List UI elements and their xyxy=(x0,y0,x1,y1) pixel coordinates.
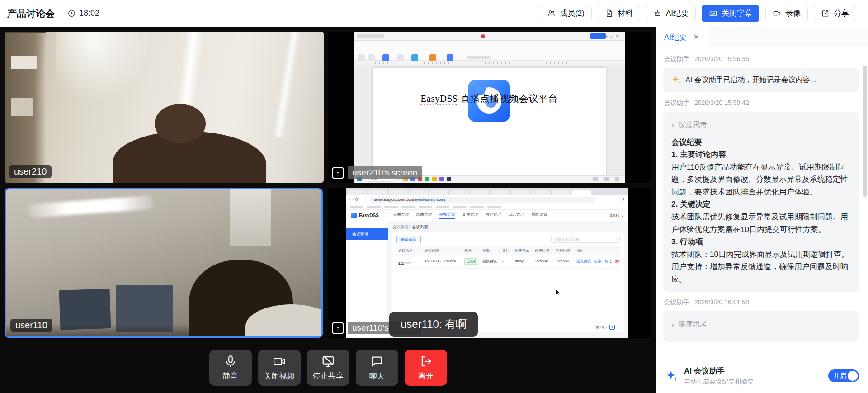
deep-thinking-label: 深度思考 xyxy=(678,119,707,131)
action-link-delete: 删除 xyxy=(615,259,620,263)
share-icon xyxy=(821,9,830,18)
browser-tab xyxy=(348,190,367,195)
message-author: 会议助手 xyxy=(664,55,689,63)
tab-ai-notes[interactable]: AI纪要 ✕ xyxy=(656,27,708,47)
screen-share-upload-icon: ↑ xyxy=(332,167,344,179)
bookmark-item xyxy=(453,206,467,208)
topbar-actions: 成员(2) 材料 AI纪要 关闭字幕 录像 分享 xyxy=(540,5,856,22)
tab-ai-notes-label: AI纪要 xyxy=(664,32,687,43)
browser-menu-dots: ⋮ xyxy=(622,197,626,202)
ai-assistant-title: AI 会议助手 xyxy=(684,366,754,376)
top-bar: 产品讨论会 18:02 成员(2) 材料 AI纪要 关闭字幕 xyxy=(0,0,868,27)
screen-share-badge-user210: ↑ user210's screen xyxy=(332,166,422,179)
easydss-nav: 直播管理 点播管理 视频会议 文件管理 用户管理 日志管理 系统设置 xyxy=(393,212,547,219)
summary-title: 会议纪要 xyxy=(671,136,851,149)
share-button[interactable]: 分享 xyxy=(814,5,856,22)
summary-heading-2: 2. 关键决定 xyxy=(671,198,851,211)
browser-bookmarks-bar xyxy=(346,204,628,210)
subtitles-toggle-button[interactable]: 关闭字幕 xyxy=(702,5,760,22)
message-meta: 会议助手 2026/3/20 15:59:42 xyxy=(664,99,858,107)
meeting-app: 产品讨论会 18:02 成员(2) 材料 AI纪要 关闭字幕 xyxy=(0,0,868,393)
ribbon-icon-copilot xyxy=(447,54,453,61)
record-button[interactable]: 录像 xyxy=(765,5,808,22)
materials-button[interactable]: 材料 xyxy=(598,5,640,22)
bookmark-item xyxy=(419,206,432,208)
action-link: 前往 xyxy=(604,259,612,263)
ribbon-label-bar xyxy=(467,56,491,59)
leave-label: 离开 xyxy=(418,371,434,381)
bookmark-item xyxy=(436,206,449,208)
deep-thinking-toggle[interactable]: › 深度思考 xyxy=(671,318,851,330)
video-tile-user210[interactable]: user210 xyxy=(5,32,324,183)
captions-icon xyxy=(709,9,717,18)
taskbar-app-icon xyxy=(447,177,451,181)
taskbar-app-icon xyxy=(425,177,429,181)
mute-label: 静音 xyxy=(223,371,238,381)
scrollbar-thumb[interactable] xyxy=(863,66,867,197)
screen-share-upload-icon: ↑ xyxy=(332,322,344,334)
summary-paragraph: 用户110反馈产品功能存在显示异常、试用期限制问题，多次提及界面修改、分数显示异… xyxy=(671,161,851,199)
shared-word-document: –□✕ xyxy=(354,32,625,183)
mute-button[interactable]: 静音 xyxy=(209,350,252,386)
deep-thinking-label: 深度思考 xyxy=(678,318,707,330)
ribbon-icon xyxy=(397,54,404,61)
nav-item: 点播管理 xyxy=(416,212,432,219)
ribbon-icon xyxy=(368,54,375,61)
leave-icon xyxy=(419,355,433,368)
scene-ceiling-light xyxy=(28,195,155,218)
browser-tab-active xyxy=(572,190,591,195)
leave-button[interactable]: 离开 xyxy=(405,350,447,386)
easydss-small-logo xyxy=(351,213,357,218)
doc-ribbon xyxy=(354,41,625,61)
panel-tab-bar: AI纪要 ✕ xyxy=(656,27,868,47)
taskbar-app-icon xyxy=(439,177,444,181)
ai-notes-button[interactable]: AI纪要 xyxy=(646,5,696,22)
doc-heading-rest: 直播点播视频会议平台 xyxy=(458,93,558,104)
browser-tab xyxy=(531,190,550,195)
stop-sharing-button[interactable]: 停止共享 xyxy=(307,350,349,386)
doc-heading: EasyDSS 直播点播视频会议平台 xyxy=(420,92,558,105)
easydss-sidebar-item-active: 会议管理 xyxy=(346,228,388,240)
doc-page: EasyDSS 直播点播视频会议平台 xyxy=(373,68,606,175)
record-label: 录像 xyxy=(785,8,801,19)
browser-nav-buttons: ‹›⟳ xyxy=(349,197,361,202)
ai-start-notice-text: AI 会议助手已启动，开始记录会议内容... xyxy=(685,74,816,86)
ai-notes-panel: AI纪要 ✕ 会议助手 2026/3/20 15:56:35 AI 会议助手已启… xyxy=(656,27,868,393)
ribbon-icon-addins xyxy=(429,54,436,61)
browser-tab xyxy=(389,190,408,195)
taskbar-tray-icon xyxy=(615,177,619,181)
members-button[interactable]: 成员(2) xyxy=(540,5,592,22)
stop-video-button[interactable]: 关闭视频 xyxy=(258,350,301,386)
nav-item: 文件管理 xyxy=(462,212,478,219)
create-meeting-button: 创建会议 xyxy=(396,236,421,243)
easydss-app-header: EasyDSS 直播管理 点播管理 视频会议 文件管理 用户管理 日志管理 系统… xyxy=(346,210,628,221)
clock-icon xyxy=(67,9,76,18)
browser-tab xyxy=(470,190,489,195)
video-tile-user110-screen[interactable]: ‹›⟳ demo.easydss.com:10085/web/admin/roo… xyxy=(328,188,651,338)
ai-notes-label: AI纪要 xyxy=(666,8,689,19)
live-subtitle: user110: 有啊 xyxy=(389,312,478,337)
message-author: 会议助手 xyxy=(664,99,689,107)
action-link: 分享 xyxy=(594,259,601,263)
ai-assistant-toggle[interactable]: 开启 xyxy=(828,369,859,382)
message-meta: 会议助手 2026/3/20 15:56:35 xyxy=(664,55,858,63)
video-tile-user110[interactable]: user110 xyxy=(5,188,323,338)
video-tile-user210-screen[interactable]: –□✕ xyxy=(328,32,651,183)
nav-item: 用户管理 xyxy=(485,212,501,219)
meeting-time-text: 18:02 xyxy=(79,9,99,18)
screen-share-off-icon xyxy=(321,355,335,368)
browser-tab xyxy=(511,190,530,195)
nav-item: 直播管理 xyxy=(393,212,409,219)
doc-heading-brand: EasyDSS xyxy=(420,93,458,104)
ribbon-icon-editor xyxy=(411,54,418,61)
participant-name-badge: user110 xyxy=(10,319,52,332)
browser-url: demo.easydss.com:10085/web/admin/rooms xyxy=(370,197,596,203)
deep-thinking-toggle[interactable]: › 深度思考 xyxy=(671,119,851,131)
toggle-knob xyxy=(848,371,858,381)
chat-button[interactable]: 聊天 xyxy=(356,350,398,386)
message-author: 会议助手 xyxy=(664,298,689,307)
close-panel-icon[interactable]: ✕ xyxy=(693,33,699,41)
scene-box xyxy=(11,56,36,69)
browser-tab xyxy=(450,190,469,195)
doc-titlebar-tabs xyxy=(357,34,384,38)
